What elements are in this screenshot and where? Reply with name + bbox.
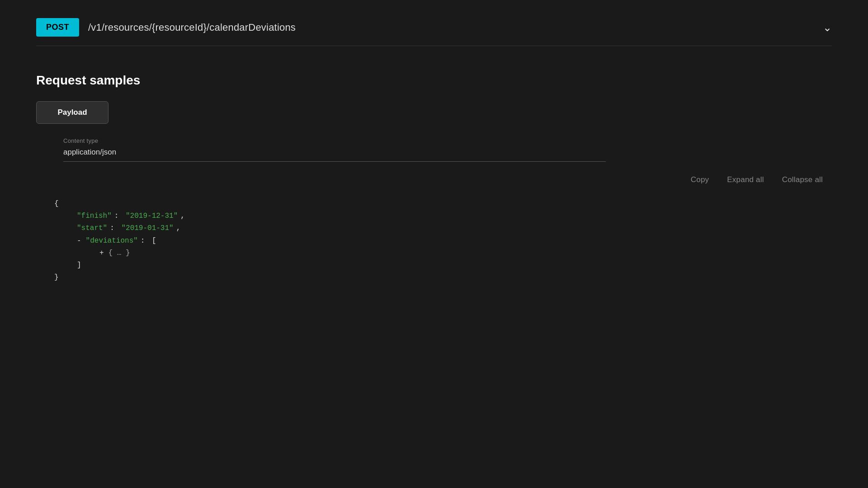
collapse-all-button[interactable]: Collapse all [782,175,823,184]
chevron-down-icon[interactable]: ⌄ [823,21,832,34]
json-line-collapsed-obj: + { … } [54,247,832,259]
content-type-section: Content type application/json [63,137,832,162]
content-type-label: Content type [63,137,832,144]
json-line-deviations: - "deviations": [ [54,235,832,247]
endpoint-row: POST /v1/resources/{resourceId}/calendar… [36,18,832,46]
expand-obj-toggle[interactable]: + [99,247,104,259]
endpoint-path: /v1/resources/{resourceId}/calendarDevia… [88,22,296,33]
json-line-finish: "finish": "2019-12-31", [54,210,832,222]
json-viewer: { "finish": "2019-12-31", "start": "2019… [36,193,832,288]
json-line-close-brace: } [54,272,832,284]
main-container: POST /v1/resources/{resourceId}/calendar… [0,0,868,306]
section-title: Request samples [36,73,832,88]
endpoint-left: POST /v1/resources/{resourceId}/calendar… [36,18,296,37]
collapse-deviations-toggle[interactable]: - [77,235,81,247]
json-line-close-bracket: ] [54,259,832,272]
copy-button[interactable]: Copy [691,175,709,184]
tabs-row: Payload [36,101,832,124]
json-toolbar: Copy Expand all Collapse all [36,175,832,184]
json-line-start: "start": "2019-01-31", [54,222,832,235]
json-line-open-brace: { [54,198,832,210]
expand-all-button[interactable]: Expand all [727,175,764,184]
payload-tab[interactable]: Payload [36,101,108,124]
content-type-value: application/json [63,148,606,162]
method-badge: POST [36,18,79,37]
